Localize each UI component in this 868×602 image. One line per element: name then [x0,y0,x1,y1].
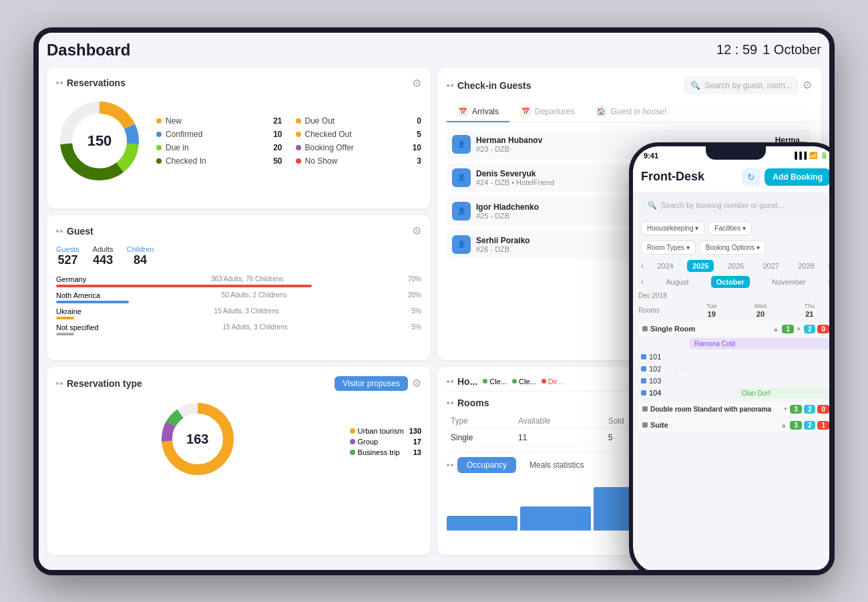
stat-new: New 21 [156,116,282,126]
expand-suite-icon[interactable]: ▲ [780,421,787,429]
col-type: Type [447,414,514,429]
signal-icon: ▐▐▐ [793,152,807,159]
visitor-propuses-tab[interactable]: Visitor propuses [335,376,408,391]
tab-meals[interactable]: Meals statistics [520,457,593,473]
cal-day-thu: Thu 21 [786,303,833,318]
year-2027[interactable]: 2027 [757,260,784,272]
res-type-legend: Urban tourism 130 Group 17 [350,427,421,456]
legend-urban: Urban tourism 130 [350,427,421,435]
month-november[interactable]: November [767,276,811,288]
phone-notch [706,146,766,160]
guest-avatar-4: 👤 [452,235,471,254]
reservations-title: Reservations [56,78,126,88]
checkin-settings-icon[interactable]: ⚙ [803,79,812,92]
refresh-button[interactable]: ↻ [742,168,761,186]
filter-booking-options[interactable]: Booking Options ▾ [700,241,766,255]
guest-avatar-1: 👤 [452,135,471,154]
double-count-teal: 2 [804,405,816,414]
rooms-title: Rooms [447,398,489,408]
calendar-section: Dec 2018 Rooms Tue 19 Wed 20 Thu 21 [633,289,835,322]
guest-settings-icon[interactable]: ⚙ [412,224,421,237]
time-value: 12 : 59 [716,42,757,57]
clock-display: 12 : 59 1 October [716,42,821,57]
stat-confirmed: Confirmed 10 [156,130,282,139]
phone-header: Front-Desk ↻ Add Booking [633,162,835,192]
suite-count-teal: 2 [804,421,816,430]
year-2028[interactable]: 2028 [793,260,819,272]
guest-search[interactable]: 🔍 Search by guest, room... [684,77,799,94]
room-103-row: 103 ··· [638,375,833,387]
battery-icon: 🔋 [820,152,828,159]
suite-header: Suite ▲ 3 2 1 [638,418,833,432]
reservations-settings-icon[interactable]: ⚙ [412,77,421,90]
filter-housekeeping[interactable]: Hoousekeeping ▾ [641,221,704,235]
year-2024[interactable]: 2024 [652,260,678,272]
single-count-red: 0 [817,325,829,333]
prev-month-icon[interactable]: ‹ [641,277,644,287]
country-not-specified: Not specified 15 Adults, 3 Childrens 5% [56,323,421,335]
phone-overlay: 9:41 ▐▐▐ 📶 🔋 Front-Desk ↻ Add Booking 🔍 [629,142,835,575]
prev-year-icon[interactable]: ‹ [641,261,644,271]
guest-adults-stat: Adults 443 [93,245,114,267]
dashboard-header: Dashboard 12 : 59 1 October [47,41,821,59]
stat-checked-in: Checked In 50 [156,156,282,166]
month-august[interactable]: August [660,276,694,288]
tab-departures[interactable]: 📅 Departures [509,102,585,122]
ramona-cold-row: Ramona Cold [638,338,833,349]
reservation-type-card: Reservation type Visitor propuses ⚙ [47,367,431,555]
next-month-icon[interactable]: › [828,277,831,287]
search-icon: 🔍 [648,201,657,210]
tablet: Dashboard 12 : 59 1 October Reservations… [33,27,835,575]
stat-no-show: No Show 3 [296,156,422,166]
filter-room-types[interactable]: Room Types ▾ [641,241,696,255]
year-2026[interactable]: 2026 [722,260,749,272]
housekeeping-title: Ho... [447,376,477,387]
reservations-stats-grid: New 21 Due Out 0 Confirmed 10 [156,116,421,166]
phone-filters: Hoousekeeping ▾ Facilities ▾ [633,218,835,238]
guest-guests-stat: Guests 527 [56,245,79,267]
rooms-label: Rooms [638,307,686,314]
expand-icon[interactable]: ▲ [773,325,780,333]
tab-guest-in-house[interactable]: 🏠 Guest in house! [585,102,677,122]
reservations-card: Reservations ⚙ [47,67,431,209]
stat-due-out: Due Out 0 [296,116,422,126]
tab-arrivals[interactable]: 📅 Arrivals [447,102,509,122]
guest-avatar-2: 👤 [452,168,471,187]
double-count-green: 3 [790,405,802,414]
phone-rooms-table: Single Room ▲ 1 ▲ 2 0 Ramona Cold [633,322,835,573]
stat-checked-out: Checked Out 5 [296,130,422,139]
page-title: Dashboard [47,41,130,59]
add-booking-button[interactable]: Add Booking [765,168,831,186]
country-north-america: Noth America 50 Adults, 2 Childrens 20% [56,291,421,303]
filter-facilities[interactable]: Facilities ▾ [708,221,752,235]
col-available: Available [514,414,604,429]
single-count-green: 1 [782,325,794,333]
room-104-row: 104 Olan Dorf [638,387,833,400]
next-year-icon[interactable]: › [828,261,831,271]
tab-occupancy[interactable]: Occupancy [457,457,516,473]
double-room-header: Double room Standard with panorama ▾ 3 2… [638,402,833,416]
cal-day-wed: Wed 20 [736,303,784,318]
month-selector: ‹ August October November › [633,275,835,289]
res-type-donut: 163 [158,399,238,479]
country-germany: Germany 363 Adults, 76 Childrens 70% [56,275,421,287]
room-101-row: 101 ··· [638,351,833,363]
single-room-header: Single Room ▲ 1 ▲ 2 0 [638,322,833,336]
checkin-tabs: 📅 Arrivals 📅 Departures 🏠 Guest in house… [447,102,812,123]
stat-due-in: Due in 20 [156,143,282,152]
country-ukraine: Ukraine 15 Adults, 3 Childrens 5% [56,307,421,319]
search-icon: 🔍 [690,81,700,90]
double-count-red: 0 [817,405,829,414]
expand-double-icon[interactable]: ▾ [784,406,787,412]
phone-statusbar: 9:41 ▐▐▐ 📶 🔋 [633,146,835,162]
guest-title: Guest [56,226,93,237]
country-list: Germany 363 Adults, 76 Childrens 70% Not… [56,275,421,335]
month-october-active[interactable]: October [711,276,750,288]
phone-filters-2: Room Types ▾ Booking Options ▾ [633,238,835,257]
stat-booking-offer: Booking Offer 10 [296,143,422,152]
guest-avatar-3: 👤 [452,202,471,220]
single-count-teal: 2 [804,325,816,333]
res-type-settings-icon[interactable]: ⚙ [412,377,421,390]
year-2025-active[interactable]: 2025 [687,260,714,272]
booking-search[interactable]: 🔍 Search by booking number or guest... [641,196,831,214]
